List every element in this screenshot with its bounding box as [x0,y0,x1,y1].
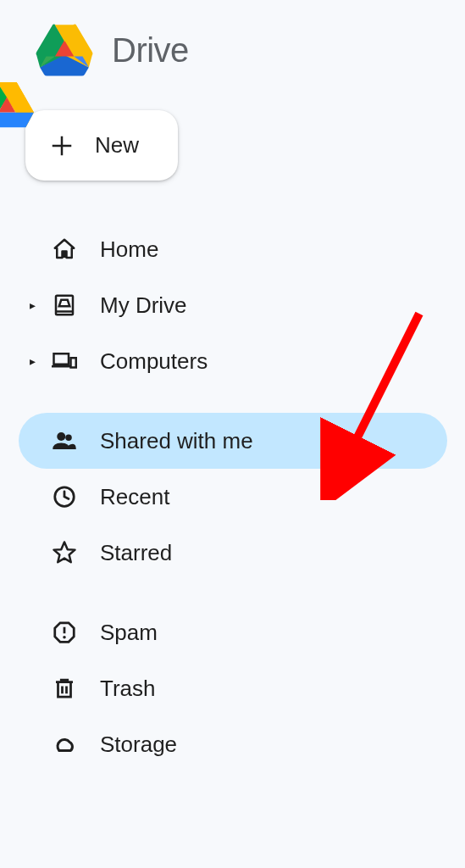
nav-label: Trash [100,676,156,702]
nav-group-1: ▸ Home ▸ My Drive ▸ Computers [19,221,465,389]
svg-marker-7 [0,112,34,127]
app-header: Drive [0,0,465,76]
nav-group-3: ▸ Spam ▸ Trash ▸ Storage [19,604,465,772]
drive-logo-icon [36,24,93,76]
plus-icon [49,133,75,159]
nav-label: Home [100,236,158,263]
starred-icon [51,539,78,566]
nav-item-starred[interactable]: ▸ Starred [19,525,447,581]
trash-icon [51,675,78,702]
nav-label: Recent [100,484,169,510]
nav-label: Starred [100,540,172,566]
svg-rect-18 [71,358,76,367]
new-button-label: New [95,132,139,159]
my-drive-icon [51,292,78,319]
svg-point-20 [65,435,72,442]
storage-icon [51,731,78,758]
svg-marker-15 [59,300,70,307]
expand-icon[interactable]: ▸ [27,298,37,312]
nav-label: Storage [100,732,177,758]
svg-rect-16 [54,353,69,364]
new-button[interactable]: New [25,110,178,181]
nav-label: Computers [100,348,208,375]
computers-icon [51,348,78,375]
home-icon [51,236,78,263]
app-title: Drive [112,31,189,70]
shared-icon [51,427,78,454]
sidebar-nav: ▸ Home ▸ My Drive ▸ Computers ▸ [0,221,465,772]
nav-label: Spam [100,620,158,646]
nav-item-my-drive[interactable]: ▸ My Drive [19,277,447,333]
nav-item-shared-with-me[interactable]: ▸ Shared with me [19,413,447,469]
recent-icon [51,483,78,510]
svg-point-19 [57,432,65,441]
nav-group-2: ▸ Shared with me ▸ Recent ▸ Starred [19,413,465,581]
expand-icon[interactable]: ▸ [27,354,37,368]
svg-rect-12 [63,252,67,259]
spam-icon [51,619,78,646]
nav-item-computers[interactable]: ▸ Computers [19,333,447,389]
nav-item-storage[interactable]: ▸ Storage [19,716,447,772]
nav-label: My Drive [100,292,187,319]
svg-point-24 [63,636,66,639]
nav-item-recent[interactable]: ▸ Recent [19,469,447,525]
nav-item-home[interactable]: ▸ Home [19,221,447,277]
nav-item-trash[interactable]: ▸ Trash [19,660,447,716]
nav-item-spam[interactable]: ▸ Spam [19,604,447,660]
nav-label: Shared with me [100,428,253,454]
